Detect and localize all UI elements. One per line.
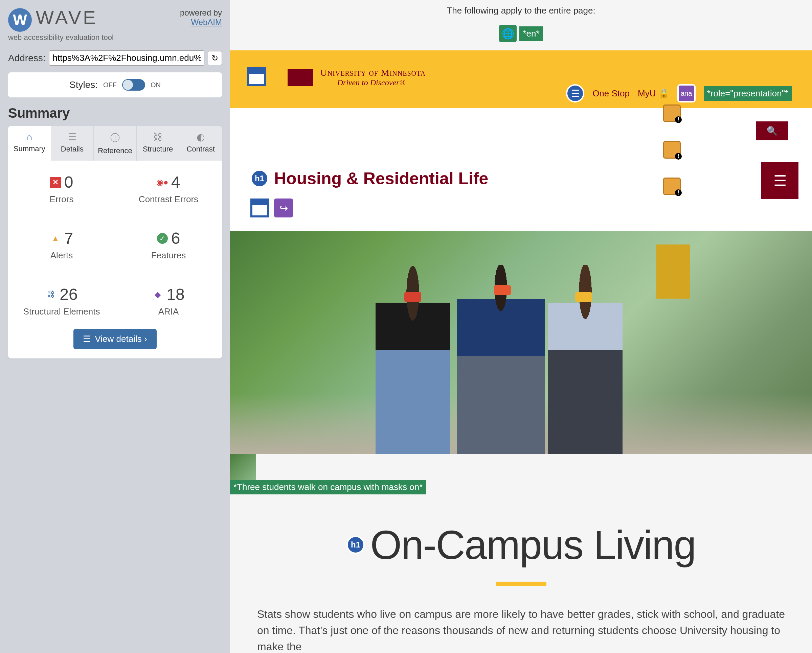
view-details-button[interactable]: ☰ View details › bbox=[73, 329, 156, 349]
top-links: ☰ One Stop MyU 🔒 aria *role="presentatio… bbox=[566, 84, 792, 102]
cell-alerts[interactable]: ▲7 Alerts bbox=[8, 217, 115, 273]
wave-subtitle: web accessibility evaluation tool bbox=[8, 33, 222, 42]
umn-name: University of Minnesota bbox=[320, 67, 426, 78]
menu-icon: ☰ bbox=[774, 172, 787, 189]
address-label: Address: bbox=[8, 53, 46, 64]
cell-aria[interactable]: ◆18 ARIA bbox=[115, 273, 222, 329]
layout-table-warn-icon[interactable] bbox=[663, 141, 681, 158]
region-icon[interactable] bbox=[250, 198, 269, 218]
nav-list-icon[interactable]: ☰ bbox=[566, 84, 584, 102]
cell-structural[interactable]: ⛓26 Structural Elements bbox=[8, 273, 115, 329]
tab-structure[interactable]: ⛓ Structure bbox=[137, 126, 180, 161]
lock-icon: 🔒 bbox=[658, 88, 669, 98]
alt-text-badge: *Three students walk on campus with mask… bbox=[230, 480, 426, 495]
site-header: University of Minnesota Driven to Discov… bbox=[230, 50, 812, 108]
structural-icon: ⛓ bbox=[45, 289, 56, 300]
cell-contrast[interactable]: ◉●4 Contrast Errors bbox=[115, 161, 222, 217]
mask bbox=[494, 285, 511, 295]
page-preview: The following apply to the entire page: … bbox=[230, 0, 812, 653]
campus-banner bbox=[656, 245, 690, 298]
contrast-icon: ◐ bbox=[182, 132, 219, 143]
myu-link[interactable]: MyU 🔒 bbox=[638, 88, 669, 99]
info-icon: ⓘ bbox=[96, 132, 134, 145]
one-stop-link[interactable]: One Stop bbox=[592, 88, 630, 99]
tab-reference[interactable]: ⓘ Reference bbox=[94, 126, 137, 161]
wave-title: WAVE bbox=[36, 8, 98, 27]
toggle-on-label: ON bbox=[151, 81, 161, 89]
feature-icon: ✓ bbox=[157, 233, 168, 244]
tab-summary[interactable]: ⌂ Summary bbox=[8, 126, 51, 161]
mask bbox=[575, 292, 592, 302]
summary-panel: ⌂ Summary ☰ Details ⓘ Reference ⛓ Struct… bbox=[8, 126, 222, 358]
divider bbox=[8, 46, 222, 46]
accent-divider bbox=[496, 581, 546, 586]
layout-table-warn-icon[interactable] bbox=[663, 105, 681, 122]
umn-m-logo bbox=[288, 69, 313, 86]
language-icon[interactable]: 🌐 bbox=[499, 25, 517, 42]
tab-bar: ⌂ Summary ☰ Details ⓘ Reference ⛓ Struct… bbox=[8, 126, 222, 161]
tab-details[interactable]: ☰ Details bbox=[51, 126, 94, 161]
tree-icon: ⛓ bbox=[139, 132, 177, 143]
role-presentation-badge: *role="presentation"* bbox=[704, 86, 792, 101]
styles-label: Styles: bbox=[69, 79, 98, 90]
content-section: h1 On-Campus Living Stats show students … bbox=[230, 495, 812, 653]
tab-contrast[interactable]: ◐ Contrast bbox=[179, 126, 222, 161]
skip-link-icon[interactable]: ↪ bbox=[274, 198, 293, 218]
styles-toggle[interactable] bbox=[122, 79, 145, 91]
layout-table-warn-icon[interactable] bbox=[663, 178, 681, 195]
umn-tagline: Driven to Discover® bbox=[337, 78, 426, 87]
h1-badge-icon[interactable]: h1 bbox=[346, 536, 365, 554]
webaim-link[interactable]: WebAIM bbox=[191, 18, 222, 27]
summary-grid: ✕0 Errors ◉●4 Contrast Errors ▲7 Alerts … bbox=[8, 161, 222, 329]
styles-toggle-box: Styles: OFF ON bbox=[8, 72, 222, 97]
alert-icon: ▲ bbox=[50, 233, 61, 244]
home-icon: ⌂ bbox=[11, 132, 48, 142]
aria-icon: ◆ bbox=[152, 289, 163, 300]
search-icon: 🔍 bbox=[767, 126, 777, 136]
mask bbox=[404, 292, 421, 302]
powered-by: powered by WebAIM bbox=[180, 8, 222, 27]
search-button[interactable]: 🔍 bbox=[756, 122, 788, 140]
error-icon: ✕ bbox=[50, 177, 61, 188]
aria-badge-icon[interactable]: aria bbox=[677, 84, 696, 102]
body-paragraph: Stats show students who live on campus a… bbox=[250, 606, 792, 653]
lang-badge: *en* bbox=[519, 26, 543, 41]
region-icon[interactable] bbox=[247, 67, 266, 86]
umn-logo-block[interactable]: University of Minnesota Driven to Discov… bbox=[288, 67, 426, 87]
page-h1: On-Campus Living bbox=[370, 521, 696, 568]
hero-thumbnail bbox=[230, 454, 256, 480]
refresh-button[interactable]: ↻ bbox=[208, 51, 222, 65]
hamburger-menu-button[interactable]: ☰ bbox=[761, 162, 798, 199]
page-notice: The following apply to the entire page: bbox=[230, 0, 812, 21]
contrast-error-icon: ◉● bbox=[157, 177, 168, 188]
cell-features[interactable]: ✓6 Features bbox=[115, 217, 222, 273]
cell-errors[interactable]: ✕0 Errors bbox=[8, 161, 115, 217]
summary-heading: Summary bbox=[8, 105, 222, 121]
h1-badge-icon[interactable]: h1 bbox=[250, 169, 269, 188]
wave-sidebar: W WAVE powered by WebAIM web accessibili… bbox=[0, 0, 230, 653]
hero-image bbox=[230, 231, 812, 454]
toggle-off-label: OFF bbox=[103, 81, 117, 89]
site-body: 🔍 ☰ h1 Housing & Residential Life ↪ bbox=[230, 108, 812, 231]
list-icon: ☰ bbox=[54, 132, 91, 143]
wave-logo-icon: W bbox=[8, 8, 32, 32]
list-icon: ☰ bbox=[83, 334, 91, 344]
site-h1[interactable]: Housing & Residential Life bbox=[274, 169, 488, 188]
address-input[interactable] bbox=[49, 50, 205, 65]
layout-warnings bbox=[663, 105, 681, 195]
